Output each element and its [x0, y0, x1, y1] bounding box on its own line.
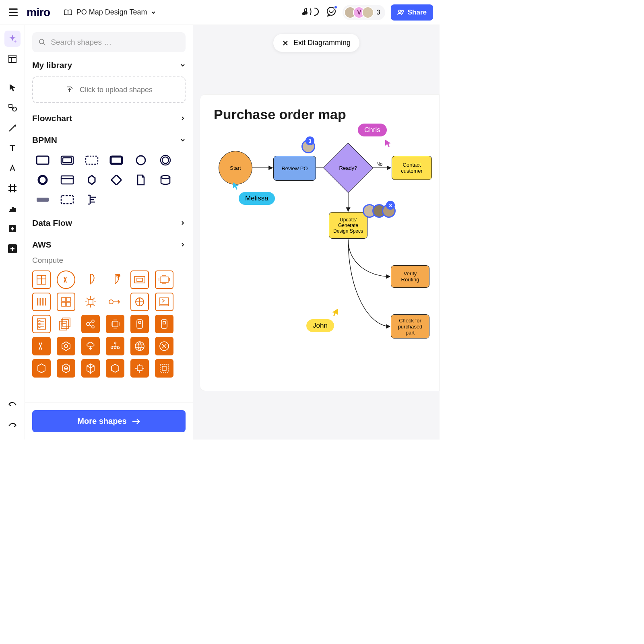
- bpmn-text[interactable]: [81, 192, 102, 208]
- aws-shape[interactable]: [130, 293, 149, 311]
- section-flowchart[interactable]: Flowchart: [32, 105, 186, 127]
- diagram-frame[interactable]: Purchase order map No Start Review PO Re…: [200, 94, 440, 391]
- svg-rect-14: [86, 156, 98, 164]
- section-my-library[interactable]: My library: [32, 52, 186, 74]
- svg-point-22: [161, 175, 170, 179]
- aws-shape[interactable]: [155, 293, 173, 311]
- node-review[interactable]: Review PO: [273, 156, 316, 181]
- select-tool[interactable]: [4, 80, 21, 96]
- aws-shape[interactable]: [106, 359, 124, 378]
- bpmn-event-sub[interactable]: [81, 152, 102, 168]
- bpmn-pool[interactable]: [57, 172, 78, 188]
- bpmn-task[interactable]: [32, 152, 53, 168]
- app-tool[interactable]: [4, 221, 21, 237]
- share-button[interactable]: Share: [391, 4, 433, 21]
- aws-shape[interactable]: [32, 359, 51, 378]
- cursor-icon: [384, 139, 392, 148]
- svg-rect-24: [61, 196, 73, 204]
- aws-shape[interactable]: [106, 315, 124, 333]
- bpmn-intermediate[interactable]: [32, 172, 53, 188]
- svg-point-16: [136, 156, 145, 165]
- template-tool[interactable]: [4, 51, 21, 67]
- bpmn-event[interactable]: [130, 152, 151, 168]
- reactions-button[interactable]: [326, 6, 337, 19]
- aws-shape[interactable]: [81, 359, 100, 378]
- aws-shape[interactable]: [32, 293, 51, 311]
- music-icon[interactable]: [302, 6, 320, 19]
- more-shapes-button[interactable]: More shapes: [32, 410, 186, 432]
- bpmn-transaction[interactable]: [57, 152, 78, 168]
- aws-shape[interactable]: [106, 337, 124, 355]
- aws-shape[interactable]: [32, 270, 51, 289]
- aws-shape[interactable]: [81, 337, 100, 355]
- collaborator-avatars[interactable]: V 3: [343, 5, 385, 20]
- bpmn-end-event[interactable]: [155, 152, 176, 168]
- aws-shape[interactable]: [155, 337, 173, 355]
- bpmn-data[interactable]: [130, 172, 151, 188]
- canvas[interactable]: Exit Diagramming Purchase order map No S…: [193, 25, 440, 440]
- node-verify[interactable]: Verify Routing: [391, 265, 429, 288]
- upload-shapes[interactable]: Click to upload shapes: [32, 76, 186, 103]
- node-contact[interactable]: Contact customer: [392, 156, 432, 180]
- add-tool[interactable]: [4, 241, 21, 257]
- node-check[interactable]: Check for purchased part: [391, 314, 429, 339]
- chevron-right-icon: [180, 220, 186, 226]
- aws-shape[interactable]: [57, 270, 75, 289]
- line-tool[interactable]: [4, 120, 21, 136]
- bpmn-gateway[interactable]: [81, 172, 102, 188]
- aws-shape[interactable]: [32, 315, 51, 333]
- aws-shape[interactable]: [155, 359, 173, 378]
- bpmn-call[interactable]: [106, 152, 127, 168]
- aws-shape[interactable]: [57, 315, 75, 333]
- shapes-tool[interactable]: [4, 100, 21, 116]
- aws-shape[interactable]: [130, 359, 149, 378]
- svg-rect-29: [160, 277, 168, 283]
- exit-diagramming[interactable]: Exit Diagramming: [273, 34, 359, 52]
- aws-shape[interactable]: [81, 270, 100, 289]
- aws-shape[interactable]: [32, 337, 51, 355]
- ai-tool[interactable]: [4, 31, 21, 47]
- aws-shape[interactable]: [57, 337, 75, 355]
- svg-point-58: [118, 347, 120, 349]
- search-shapes[interactable]: [32, 32, 186, 52]
- node-start[interactable]: Start: [219, 151, 252, 185]
- menu-button[interactable]: [6, 6, 20, 19]
- svg-rect-31: [66, 297, 70, 301]
- aws-shape[interactable]: [81, 293, 100, 311]
- redo-button[interactable]: [4, 418, 21, 434]
- board-selector[interactable]: PO Map Design Team: [64, 8, 156, 17]
- aws-shape[interactable]: [57, 293, 75, 311]
- svg-point-48: [92, 326, 94, 328]
- bpmn-group[interactable]: [57, 192, 78, 208]
- svg-rect-6: [9, 104, 12, 107]
- aws-shape[interactable]: [81, 315, 100, 333]
- chevron-right-icon: [180, 242, 186, 248]
- font-tool[interactable]: [4, 160, 21, 176]
- frame-tool[interactable]: [4, 180, 21, 196]
- section-aws[interactable]: AWS: [32, 232, 186, 254]
- aws-shape[interactable]: [130, 337, 149, 355]
- text-tool[interactable]: [4, 140, 21, 156]
- node-decision[interactable]: Ready?: [323, 143, 373, 193]
- arrow-right-icon: [132, 418, 140, 425]
- bpmn-gateway-x[interactable]: [106, 172, 127, 188]
- aws-shape[interactable]: [57, 359, 75, 378]
- comment-badge[interactable]: 3: [301, 140, 311, 153]
- section-data-flow[interactable]: Data Flow: [32, 210, 186, 232]
- section-bpmn[interactable]: BPMN: [32, 127, 186, 149]
- comment-badge[interactable]: 3: [363, 204, 392, 218]
- aws-shape[interactable]: [155, 270, 173, 289]
- svg-rect-64: [162, 366, 166, 370]
- node-specs[interactable]: Update/ Generate Design Specs: [329, 212, 367, 239]
- aws-shape[interactable]: [155, 315, 173, 333]
- aws-shape[interactable]: [106, 293, 124, 311]
- search-input[interactable]: [51, 38, 179, 47]
- people-icon: [397, 9, 405, 16]
- undo-button[interactable]: [4, 397, 21, 413]
- aws-shape[interactable]: [106, 270, 124, 289]
- aws-shape[interactable]: [130, 270, 149, 289]
- bpmn-datastore[interactable]: [155, 172, 176, 188]
- aws-shape[interactable]: [130, 315, 149, 333]
- bpmn-annotation[interactable]: [32, 192, 53, 208]
- chart-tool[interactable]: [4, 200, 21, 217]
